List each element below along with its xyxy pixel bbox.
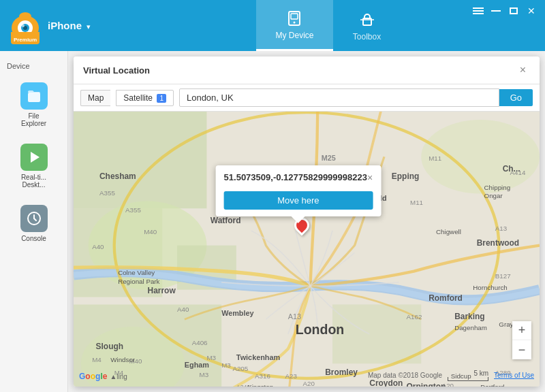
sidebar: Device FileExplorer Real-ti...Deskt... [0,51,68,392]
svg-text:Windsor: Windsor [110,356,136,363]
popup-close-button[interactable]: × [367,172,373,183]
svg-rect-18 [74,112,206,208]
dialog-title: Virtual Location [83,65,150,76]
zoom-controls: + − [512,321,531,359]
svg-text:A23: A23 [285,372,297,380]
svg-text:Slough: Slough [96,342,123,351]
app-logo: Premium [10,7,41,44]
svg-marker-15 [31,152,40,163]
svg-text:Harrow: Harrow [148,286,176,295]
file-explorer-icon [20,82,48,110]
svg-text:M3: M3 [200,371,209,378]
minimize-button[interactable] [490,7,501,15]
svg-text:M11: M11 [410,199,423,206]
tab-my-device[interactable]: My Device [256,0,332,51]
file-explorer-label: FileExplorer [21,112,46,127]
scale-line [448,377,488,381]
popup-header: 51.5073509,-0.12775829999998223 × [224,172,373,183]
map-attribution: Map data ©2018 Google 5 km Terms of Use [368,370,534,381]
sidebar-item-realtime-desktop[interactable]: Real-ti...Deskt... [7,138,61,194]
dialog-close-button[interactable]: × [516,63,530,77]
map-copyright-note: ▲ling [110,373,127,380]
tab-toolbox[interactable]: Toolbox [333,0,401,51]
svg-point-8 [294,22,296,24]
location-popup: 51.5073509,-0.12775829999998223 × Move h… [216,165,382,216]
svg-text:A414: A414 [510,169,526,176]
svg-text:Orpington: Orpington [407,382,446,387]
close-button[interactable]: ✕ [526,7,537,15]
svg-text:Watford: Watford [211,216,241,225]
map-type-satellite-button[interactable]: Satellite 1 [116,90,174,106]
svg-text:A13: A13 [495,225,507,232]
svg-text:A406: A406 [192,339,208,346]
svg-point-5 [22,24,25,27]
svg-text:Ongar: Ongar [484,192,503,199]
header: Premium iPhone ▾ My Device [0,0,545,51]
svg-text:M3: M3 [221,361,231,369]
satellite-badge: 1 [157,94,166,103]
svg-text:M40: M40 [144,228,157,235]
map-type-map-button[interactable]: Map [80,90,110,106]
svg-text:A355: A355 [99,189,115,197]
terms-of-use-link[interactable]: Terms of Use [494,372,534,379]
go-button[interactable]: Go [499,89,533,106]
svg-text:A20: A20 [442,382,454,387]
svg-point-1 [19,12,31,20]
svg-rect-7 [291,14,298,19]
svg-text:M3: M3 [206,354,216,361]
device-name-group[interactable]: iPhone ▾ [48,20,91,32]
svg-text:Epping: Epping [392,172,419,181]
svg-rect-14 [28,93,40,102]
svg-text:M11: M11 [429,154,441,162]
svg-text:Kingston: Kingston [247,383,273,387]
sidebar-item-console[interactable]: Console [7,199,61,248]
svg-text:Chigwell: Chigwell [436,228,461,235]
popup-coordinates: 51.5073509,-0.12775829999998223 [224,172,367,182]
svg-text:A13: A13 [288,312,301,321]
map-svg: A355 A40 M25 M11 M40 M3 A246 A243 A317 A… [74,112,540,387]
sidebar-item-file-explorer[interactable]: FileExplorer [7,77,61,133]
google-logo: Google [79,372,107,381]
virtual-location-dialog: Virtual Location × Map Satellite 1 Go [74,56,540,387]
svg-text:A20: A20 [303,380,315,387]
hamburger-menu-button[interactable] [473,7,484,15]
zoom-out-button[interactable]: − [512,340,531,359]
maximize-button[interactable] [508,7,519,15]
sidebar-section-label: Device [0,58,67,71]
map-container[interactable]: A355 A40 M25 M11 M40 M3 A246 A243 A317 A… [74,112,540,387]
svg-text:A316: A316 [255,372,270,380]
svg-text:Bromley: Bromley [325,368,358,377]
svg-text:Romford: Romford [429,293,463,303]
svg-text:Barking: Barking [454,312,484,321]
location-search-input[interactable] [179,88,499,107]
svg-text:Regional Park: Regional Park [118,278,159,285]
map-toolbar: Map Satellite 1 Go [74,84,540,112]
nav-tabs: My Device Toolbox [256,0,401,51]
svg-text:Brentwood: Brentwood [477,238,519,248]
map-data-label: Map data ©2018 Google [368,372,442,379]
svg-text:Hornchurch: Hornchurch [473,284,507,291]
realtime-desktop-label: Real-ti...Deskt... [21,174,46,189]
svg-text:London: London [296,322,345,337]
google-logo-area: Google ▲ling [79,372,127,381]
realtime-icon [20,144,48,171]
device-dropdown-icon: ▾ [87,22,91,31]
svg-text:A40: A40 [92,243,104,250]
console-icon [20,205,48,232]
svg-text:Twickenham: Twickenham [236,353,280,361]
svg-text:Egham: Egham [185,361,209,369]
premium-badge: Premium [11,32,40,44]
svg-text:A355: A355 [125,206,141,214]
toolbox-icon [358,10,377,29]
window-controls: ✕ [465,0,545,22]
svg-text:Chipping: Chipping [484,184,511,191]
zoom-in-button[interactable]: + [512,321,531,340]
svg-text:A40: A40 [177,306,189,313]
move-here-button[interactable]: Move here [224,191,373,210]
main-area: Device FileExplorer Real-ti...Deskt... [0,51,545,392]
svg-text:Dagenham: Dagenham [454,324,487,331]
logo-section: Premium iPhone ▾ [0,0,112,51]
content-area: Virtual Location × Map Satellite 1 Go [68,51,545,392]
svg-text:M4: M4 [92,356,102,363]
my-device-icon [285,9,304,28]
